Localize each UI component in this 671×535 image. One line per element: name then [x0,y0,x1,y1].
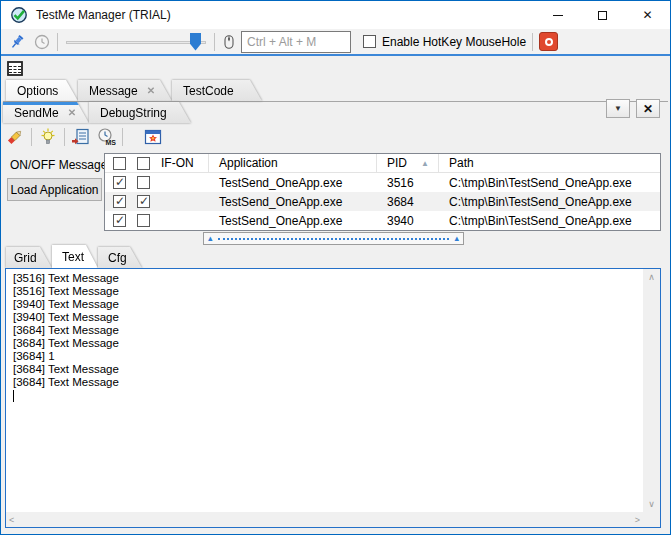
stop-button[interactable] [539,32,558,51]
column-header-pid[interactable]: PID ▲ [377,154,439,172]
hotkey-input[interactable] [241,31,351,53]
scroll-right-icon[interactable]: ▴ [454,234,459,243]
tab-options[interactable]: Options [6,80,78,101]
ifon-all-checkbox[interactable] [137,157,150,170]
path-cell: C:\tmp\Bin\TestSend_OneApp.exe [439,214,660,228]
tab-list-dropdown-button[interactable]: ▼ [606,99,630,118]
lightbulb-icon[interactable] [38,127,58,147]
new-window-flash-icon[interactable] [143,127,163,147]
tab-label: Cfg [108,251,127,265]
message-log-textarea[interactable]: [3516] Text Message [3516] Text Message … [5,268,661,528]
path-cell: C:\tmp\Bin\TestSend_OneApp.exe [439,195,660,209]
on-checkbox[interactable] [113,214,126,227]
application-cell: TestSend_OneApp.exe [209,214,377,228]
toolbar-separator [532,33,533,51]
scroll-down-icon[interactable]: ∨ [648,496,655,512]
on-checkbox[interactable] [113,195,126,208]
pid-cell: 3516 [377,176,439,190]
ifon-checkbox[interactable] [137,195,150,208]
scroll-right-icon[interactable]: > [635,515,640,525]
slider-track [66,41,206,44]
log-vertical-scrollbar[interactable]: ∧ ∨ [643,269,660,512]
text-caret [13,390,14,402]
table-row[interactable]: TestSend_OneApp.exe 3940 C:\tmp\Bin\Test… [105,211,660,230]
tab-label: DebugString [100,106,167,120]
minimize-button[interactable] [535,1,580,29]
tab-label: TestCode [183,84,234,98]
log-line: [3684] Text Message [13,324,640,337]
scrollbar-corner [643,512,660,527]
log-horizontal-scrollbar[interactable]: < > [6,512,643,527]
process-table: IF-ON Application PID ▲ Path TestSend_On… [104,153,661,231]
app-window: TestMe Manager (TRIAL) ✕ [0,0,671,535]
minimize-icon [553,15,563,16]
clock-ms-icon[interactable]: MS [96,127,116,147]
scroll-left-icon[interactable]: ▴ [208,234,213,243]
tab-text[interactable]: Text [52,245,98,268]
power-icon [545,38,553,46]
maximize-button[interactable] [580,1,625,29]
ifon-checkbox[interactable] [137,214,150,227]
table-row[interactable]: TestSend_OneApp.exe 3684 C:\tmp\Bin\Test… [105,192,660,211]
scrollbar-track[interactable] [218,238,450,240]
close-button[interactable]: ✕ [625,1,670,29]
log-line: [3684] Text Message [13,363,640,376]
path-cell: C:\tmp\Bin\TestSend_OneApp.exe [439,176,660,190]
table-row[interactable]: TestSend_OneApp.exe 3516 C:\tmp\Bin\Test… [105,173,660,192]
pushpin-icon[interactable] [8,33,26,51]
select-all-checkbox[interactable] [113,157,126,170]
column-header-path[interactable]: Path [439,154,660,172]
toolbar-separator [122,128,123,146]
toolbar-separator [214,33,215,51]
speed-slider[interactable] [66,32,206,52]
layout-grid-icon[interactable] [6,59,25,78]
log-line: [3684] 1 [13,350,640,363]
tab-label: Text [62,250,84,264]
load-application-button[interactable]: Load Application [7,178,102,201]
app-logo-icon [10,6,28,24]
tab-sendme[interactable]: SendMe ✕ [3,102,89,123]
toolbar-separator [64,128,65,146]
tab-close-icon[interactable]: ✕ [68,107,76,118]
scroll-left-icon[interactable]: < [9,515,14,525]
dock-strip [1,58,670,81]
tab-grid[interactable]: Grid [6,247,52,268]
title-bar: TestMe Manager (TRIAL) ✕ [1,1,670,29]
close-icon: ✕ [643,102,653,116]
tab-close-icon[interactable]: ✕ [147,85,155,96]
enable-hotkey-label: Enable HotKey MouseHole [382,35,526,49]
scroll-up-icon[interactable]: ∧ [648,269,655,285]
pid-cell: 3940 [377,214,439,228]
slider-thumb[interactable] [190,33,201,51]
table-horizontal-scrollbar[interactable]: ▴ ▴ [203,232,464,245]
log-lines: [3516] Text Message [3516] Text Message … [13,272,640,402]
view-tab-row: Grid Text Cfg [5,247,668,268]
tab-testcode[interactable]: TestCode [172,80,262,101]
enable-hotkey-checkbox[interactable] [363,35,376,48]
ifon-checkbox[interactable] [137,176,150,189]
on-checkbox[interactable] [113,176,126,189]
log-line: [3940] Text Message [13,298,640,311]
application-cell: TestSend_OneApp.exe [209,176,377,190]
toolbar-separator [57,33,58,51]
tab-debugstring[interactable]: DebugString [89,102,191,123]
message-toolbar: MS [5,124,163,150]
tab-cfg[interactable]: Cfg [98,247,142,268]
close-pane-button[interactable]: ✕ [636,99,660,118]
table-header-row[interactable]: IF-ON Application PID ▲ Path [105,154,660,173]
send-to-document-icon[interactable] [71,127,91,147]
log-line: [3516] Text Message [13,272,640,285]
tab-label: Options [17,84,58,98]
column-header-application[interactable]: Application [209,154,377,172]
maximize-icon [598,11,607,20]
hotkey-toolbar: Enable HotKey MouseHole [1,29,670,56]
mouse-icon [221,33,237,51]
erase-pencil-icon[interactable] [5,127,25,147]
svg-text:MS: MS [106,139,117,146]
log-line: [3684] Text Message [13,376,640,389]
timer-icon-disabled[interactable] [33,33,51,51]
tab-label: SendMe [14,106,59,120]
log-line: [3516] Text Message [13,285,640,298]
log-line: [3940] Text Message [13,311,640,324]
tab-message[interactable]: Message ✕ [78,80,172,101]
